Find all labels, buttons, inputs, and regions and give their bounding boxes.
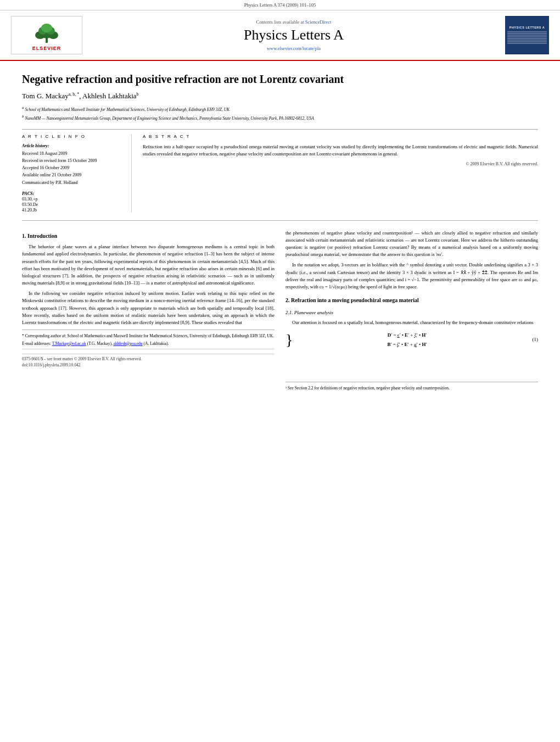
main-content: Negative refraction and positive refract…	[0, 61, 560, 402]
affiliation-b: b NanoMM — Nanoengineered Metamaterials …	[22, 114, 538, 121]
info-abstract-section: A R T I C L E I N F O Article history: R…	[22, 134, 538, 213]
eq-content: D′ = ε′ • E′ + ξ′ • H′ B′ = ζ′ • E′ + μ′…	[293, 332, 521, 349]
eq-brace: }	[285, 332, 293, 348]
footer-bottom: 0375-9601/$ – see front matter © 2009 El…	[22, 354, 275, 368]
pacs-3: 41.20.Jb	[22, 208, 123, 213]
email-footnote: E-mail addresses: T.Mackay@ed.ac.uk (T.G…	[22, 341, 275, 347]
pacs-label: PACS:	[22, 191, 123, 196]
email2-link[interactable]: akhlesh@psu.edu	[114, 341, 143, 346]
svg-point-6	[41, 24, 52, 32]
aff-text-a: School of Mathematics and Maxwell Instit…	[25, 107, 229, 112]
journal-center: Contents lists available at ScienceDirec…	[88, 19, 500, 51]
left-body-col: 1. Introduction The behavior of plane wa…	[22, 230, 275, 391]
journal-title: Physics Letters A	[88, 27, 500, 43]
science-direct-line: Contents lists available at ScienceDirec…	[88, 19, 500, 25]
article-title: Negative refraction and positive refract…	[22, 72, 538, 86]
right-footnote: ¹ See Section 2.2 for definitions of neg…	[285, 382, 538, 392]
section2-title: 2. Refraction into a moving pseudochiral…	[285, 296, 538, 305]
received-revised-date: Received in revised form 15 October 2009	[22, 158, 123, 164]
elsevier-logo: ELSEVIER	[11, 16, 82, 54]
accepted-date: Accepted 16 October 2009	[22, 165, 123, 171]
body-columns: 1. Introduction The behavior of plane wa…	[22, 230, 538, 391]
equation-1: } D′ = ε′ • E′ + ξ′ • H′ B′ = ζ′ • E′ + …	[285, 332, 538, 349]
eq-number: (1)	[533, 336, 539, 344]
left-para2: In the following we consider negative re…	[22, 290, 275, 326]
author1-name: Tom G. Mackay	[22, 92, 69, 100]
communicated-by: Communicated by P.R. Holland	[22, 180, 123, 186]
journal-header: ELSEVIER Contents lists available at Sci…	[0, 10, 560, 61]
cover-title: PHYSICS LETTERS A	[509, 26, 545, 29]
author2-sup: b	[137, 92, 139, 97]
received-date: Received 18 August 2009	[22, 150, 123, 157]
author1-sup: a, b, *	[69, 92, 80, 97]
section1-title: 1. Introduction	[22, 232, 275, 241]
left-para1: The behavior of plane waves at a planar …	[22, 243, 275, 287]
aff-text-b: NanoMM — Nanoengineered Metamaterials Gr…	[25, 116, 313, 121]
doi-line: doi:10.1016/j.physleta.2009.10.042	[22, 362, 275, 369]
divider-2	[22, 220, 538, 221]
journal-url: www.elsevier.com/locate/pla	[88, 46, 500, 51]
right-para2: In the notation we adopt, 3-vectors are …	[285, 261, 538, 291]
pacs-section: PACS: 03.30.+p 03.50.De 41.20.Jb	[22, 191, 123, 213]
email-label: E-mail addresses:	[22, 341, 51, 346]
affiliations: a School of Mathematics and Maxwell Inst…	[22, 105, 538, 121]
right-para1: the phenomenons of negative phase veloci…	[285, 230, 538, 259]
email-name2: (A. Lakhtakia).	[143, 341, 169, 346]
footnotes-area: * Corresponding author at: School of Mat…	[22, 330, 275, 368]
journal-citation: Physics Letters A 374 (2009) 101–105	[244, 2, 316, 8]
author-sep: , Akhlesh Lakhtakia	[79, 92, 136, 100]
affiliation-a: a School of Mathematics and Maxwell Inst…	[22, 105, 538, 113]
top-header: Physics Letters A 374 (2009) 101–105	[0, 0, 560, 10]
journal-cover-image: PHYSICS LETTERS A	[505, 16, 549, 54]
elsevier-wordmark: ELSEVIER	[32, 46, 61, 51]
eq-line2: B′ = ζ′ • E′ + μ′ • H′	[388, 341, 427, 349]
article-info-header: A R T I C L E I N F O	[22, 134, 123, 139]
issn-line: 0375-9601/$ – see front matter © 2009 El…	[22, 356, 275, 362]
science-direct-link[interactable]: ScienceDirect	[305, 19, 332, 25]
history-label: Article history:	[22, 143, 123, 148]
abstract-text: Refraction into a half-space occupied by…	[143, 143, 538, 158]
star-note-text: * Corresponding author at: School of Mat…	[22, 333, 274, 338]
footer-divider	[22, 349, 275, 349]
email1-link[interactable]: T.Mackay@ed.ac.uk	[52, 341, 86, 346]
cover-decoration	[507, 31, 547, 44]
divider-1	[22, 129, 538, 130]
email-name1: (T.G. Mackay),	[87, 341, 113, 346]
aff-label-b: b	[22, 114, 24, 119]
authors-line: Tom G. Mackaya, b, *, Akhlesh Lakhtakiab	[22, 92, 538, 101]
right-body-col: the phenomenons of negative phase veloci…	[285, 230, 538, 391]
footnote1-text: ¹ See Section 2.2 for definitions of neg…	[285, 386, 450, 390]
article-info-col: A R T I C L E I N F O Article history: R…	[22, 134, 132, 213]
subsection21-title: 2.1. Planewave analysis	[285, 309, 538, 317]
pacs-1: 03.30.+p	[22, 197, 123, 202]
aff-label-a: a	[22, 105, 24, 110]
abstract-header: A B S T R A C T	[143, 134, 538, 139]
copyright: © 2009 Elsevier B.V. All rights reserved…	[143, 161, 538, 166]
star-footnote: * Corresponding author at: School of Mat…	[22, 333, 275, 339]
right-para3: Our attention is focused on a spatially …	[285, 319, 538, 326]
available-online-date: Available online 21 October 2009	[22, 172, 123, 178]
abstract-col: A B S T R A C T Refraction into a half-s…	[143, 134, 538, 213]
eq-line1: D′ = ε′ • E′ + ξ′ • H′	[388, 332, 427, 339]
pacs-2: 03.50.De	[22, 202, 123, 207]
